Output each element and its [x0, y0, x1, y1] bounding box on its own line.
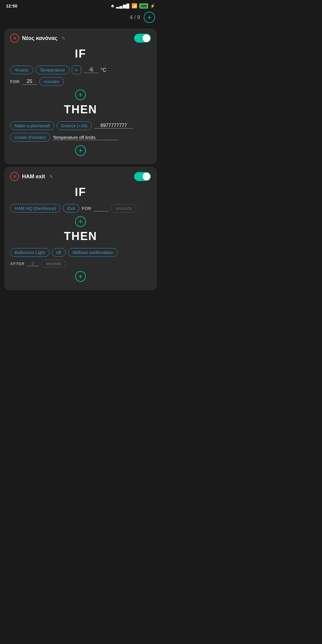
card-1-message-input[interactable]: [53, 135, 118, 140]
card-1-operator-tag[interactable]: >: [72, 66, 81, 74]
card-1-toggle[interactable]: [134, 34, 151, 43]
card-1-action-country-tag[interactable]: Greece (+30): [57, 121, 92, 130]
wifi-icon: 📶: [131, 3, 137, 9]
add-rule-button[interactable]: +: [144, 12, 155, 23]
card-1-phone-input[interactable]: [94, 123, 133, 129]
card-1-voice-tag[interactable]: Greek (Female): [10, 133, 50, 142]
battery-indicator: 100: [139, 3, 148, 9]
top-nav: 4 / 9 +: [0, 10, 161, 26]
card-1-action-row-1: Make a phonecall Greece (+30): [10, 121, 151, 130]
card-2-if-label: IF: [10, 186, 151, 199]
card-2-event-tag[interactable]: Exit: [63, 204, 79, 213]
card-2: ✕ HAM exit ✎ IF HAM HQ (Geofence) Exit F…: [4, 167, 157, 290]
card-2-after-value-input[interactable]: [27, 261, 39, 266]
card-1-title: Νέος κανόνας: [22, 35, 57, 41]
card-1-edit-icon[interactable]: ✎: [61, 35, 65, 41]
card-2-edit-icon[interactable]: ✎: [49, 174, 53, 179]
card-2-confirmation-tag[interactable]: Without confirmation: [68, 248, 118, 257]
card-2-after-unit-tag[interactable]: seconds: [41, 260, 66, 267]
charging-icon: ⚡: [150, 4, 155, 8]
card-1-if-label: IF: [10, 47, 151, 60]
card-2-close-button[interactable]: ✕: [10, 172, 19, 181]
card-1-title-group: ✕ Νέος κανόνας ✎: [10, 34, 65, 43]
card-1-add-action: +: [10, 145, 151, 156]
card-2-for-label: FOR: [82, 206, 91, 211]
card-2-title: HAM exit: [22, 174, 45, 180]
card-2-state-tag[interactable]: off: [52, 248, 66, 257]
card-1-device-tag[interactable]: Ψυγείο: [10, 66, 33, 74]
card-1-for-value-input[interactable]: [22, 78, 37, 85]
card-2-after-row: AFTER seconds: [10, 260, 151, 267]
card-1-for-unit-tag[interactable]: minutes: [39, 77, 64, 86]
card-1-add-action-button[interactable]: +: [75, 145, 86, 156]
card-2-title-group: ✕ HAM exit ✎: [10, 172, 53, 181]
card-1-action-row-2: Greek (Female): [10, 133, 151, 142]
card-1-property-tag[interactable]: Temperature: [35, 66, 69, 74]
page-indicator: 4 / 9: [130, 14, 140, 21]
status-bar: 12:50 ♣ ▂▄▆█ 📶 100 ⚡: [0, 0, 161, 10]
card-2-after-label: AFTER: [10, 261, 24, 266]
card-1-for-label: FOR: [10, 79, 20, 84]
card-1-value-input[interactable]: [83, 67, 98, 73]
card-1-close-button[interactable]: ✕: [10, 34, 19, 43]
card-2-geofence-tag[interactable]: HAM HQ (Geofence): [10, 204, 61, 213]
card-2-add-condition-button[interactable]: +: [75, 216, 86, 227]
card-2-add-action: +: [10, 271, 151, 282]
status-icons: ♣ ▂▄▆█ 📶 100 ⚡: [111, 3, 155, 9]
time: 12:50: [6, 3, 17, 8]
card-2-for-value-input[interactable]: [94, 205, 109, 211]
card-2-add-action-button[interactable]: +: [75, 271, 86, 282]
card-1-then-label: THEN: [10, 103, 151, 116]
card-1-add-condition-button[interactable]: +: [75, 89, 86, 100]
card-1-header: ✕ Νέος κανόνας ✎: [10, 34, 151, 43]
card-2-condition-row: HAM HQ (Geofence) Exit FOR seconds: [10, 204, 151, 213]
card-2-device-tag[interactable]: Bathroom Light: [10, 248, 49, 257]
card-1: ✕ Νέος κανόνας ✎ IF Ψυγείο Temperature >…: [4, 28, 157, 164]
card-2-action-row-1: Bathroom Light off Without confirmation: [10, 248, 151, 257]
card-1-action-type-tag[interactable]: Make a phonecall: [10, 121, 54, 130]
card-1-condition-row: Ψυγείο Temperature > °C: [10, 66, 151, 74]
bluetooth-icon: ♣: [111, 3, 114, 9]
card-2-toggle[interactable]: [134, 172, 151, 181]
card-1-for-row: FOR minutes: [10, 77, 151, 86]
card-1-add-condition: +: [10, 89, 151, 100]
signal-icon: ▂▄▆█: [116, 4, 130, 8]
card-2-add-condition: +: [10, 216, 151, 227]
card-2-header: ✕ HAM exit ✎: [10, 172, 151, 181]
card-1-unit-label: °C: [101, 67, 106, 73]
card-2-for-unit-tag[interactable]: seconds: [111, 204, 137, 213]
card-2-then-label: THEN: [10, 230, 151, 243]
